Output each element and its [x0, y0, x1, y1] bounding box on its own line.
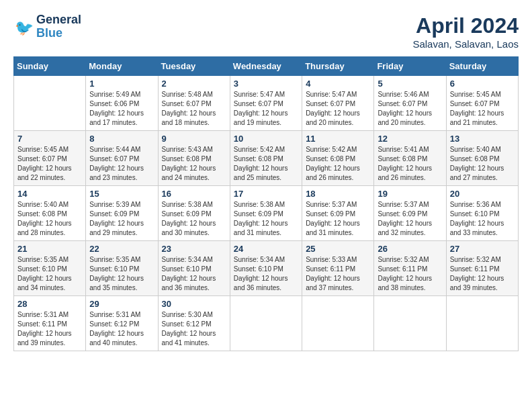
calendar-cell: 2Sunrise: 5:48 AMSunset: 6:07 PMDaylight…	[158, 76, 230, 131]
calendar-cell: 28Sunrise: 5:31 AMSunset: 6:11 PMDayligh…	[14, 296, 86, 351]
day-info: Sunrise: 5:41 AMSunset: 6:08 PMDaylight:…	[378, 145, 442, 183]
calendar-cell: 8Sunrise: 5:44 AMSunset: 6:07 PMDaylight…	[86, 131, 158, 186]
calendar-cell: 14Sunrise: 5:40 AMSunset: 6:08 PMDayligh…	[14, 186, 86, 241]
column-header-tuesday: Tuesday	[158, 57, 230, 76]
calendar-cell: 9Sunrise: 5:43 AMSunset: 6:08 PMDaylight…	[158, 131, 230, 186]
week-row-4: 21Sunrise: 5:35 AMSunset: 6:10 PMDayligh…	[14, 241, 519, 296]
day-info: Sunrise: 5:45 AMSunset: 6:07 PMDaylight:…	[450, 90, 515, 128]
logo-icon: 🐦	[13, 17, 34, 37]
day-number: 29	[89, 299, 154, 309]
day-info: Sunrise: 5:33 AMSunset: 6:11 PMDaylight:…	[306, 255, 370, 293]
day-number: 5	[378, 79, 442, 89]
day-info: Sunrise: 5:48 AMSunset: 6:07 PMDaylight:…	[162, 90, 226, 128]
calendar-cell: 27Sunrise: 5:32 AMSunset: 6:11 PMDayligh…	[446, 241, 518, 296]
calendar-cell: 22Sunrise: 5:35 AMSunset: 6:10 PMDayligh…	[86, 241, 158, 296]
column-header-thursday: Thursday	[302, 57, 374, 76]
calendar-cell: 24Sunrise: 5:34 AMSunset: 6:10 PMDayligh…	[230, 241, 302, 296]
day-info: Sunrise: 5:38 AMSunset: 6:09 PMDaylight:…	[162, 200, 226, 238]
calendar-cell: 18Sunrise: 5:37 AMSunset: 6:09 PMDayligh…	[302, 186, 374, 241]
day-number: 17	[234, 189, 298, 199]
day-number: 25	[306, 244, 370, 254]
day-number: 21	[17, 244, 82, 254]
day-info: Sunrise: 5:37 AMSunset: 6:09 PMDaylight:…	[306, 200, 370, 238]
calendar-cell	[14, 76, 86, 131]
page-header: 🐦 GeneralBlue April 2024 Salavan, Salava…	[13, 13, 519, 50]
day-info: Sunrise: 5:45 AMSunset: 6:07 PMDaylight:…	[17, 145, 82, 183]
calendar-cell: 1Sunrise: 5:49 AMSunset: 6:06 PMDaylight…	[86, 76, 158, 131]
day-number: 9	[162, 134, 226, 144]
day-info: Sunrise: 5:35 AMSunset: 6:10 PMDaylight:…	[17, 255, 82, 293]
day-number: 22	[89, 244, 154, 254]
day-number: 30	[162, 299, 226, 309]
day-info: Sunrise: 5:42 AMSunset: 6:08 PMDaylight:…	[306, 145, 370, 183]
day-info: Sunrise: 5:34 AMSunset: 6:10 PMDaylight:…	[234, 255, 298, 293]
day-info: Sunrise: 5:39 AMSunset: 6:09 PMDaylight:…	[89, 200, 154, 238]
day-info: Sunrise: 5:43 AMSunset: 6:08 PMDaylight:…	[162, 145, 226, 183]
column-header-monday: Monday	[86, 57, 158, 76]
day-info: Sunrise: 5:40 AMSunset: 6:08 PMDaylight:…	[17, 200, 82, 238]
day-info: Sunrise: 5:32 AMSunset: 6:11 PMDaylight:…	[378, 255, 442, 293]
day-number: 2	[162, 79, 226, 89]
day-info: Sunrise: 5:32 AMSunset: 6:11 PMDaylight:…	[450, 255, 515, 293]
day-info: Sunrise: 5:47 AMSunset: 6:07 PMDaylight:…	[234, 90, 298, 128]
day-number: 6	[450, 79, 515, 89]
calendar-cell	[446, 296, 518, 351]
calendar-cell: 26Sunrise: 5:32 AMSunset: 6:11 PMDayligh…	[374, 241, 446, 296]
day-number: 23	[162, 244, 226, 254]
calendar-cell: 6Sunrise: 5:45 AMSunset: 6:07 PMDaylight…	[446, 76, 518, 131]
header-row: SundayMondayTuesdayWednesdayThursdayFrid…	[14, 57, 519, 76]
day-info: Sunrise: 5:31 AMSunset: 6:11 PMDaylight:…	[17, 310, 82, 348]
column-header-saturday: Saturday	[446, 57, 518, 76]
day-info: Sunrise: 5:46 AMSunset: 6:07 PMDaylight:…	[378, 90, 442, 128]
calendar-cell: 29Sunrise: 5:31 AMSunset: 6:12 PMDayligh…	[86, 296, 158, 351]
day-number: 8	[89, 134, 154, 144]
calendar-cell: 23Sunrise: 5:34 AMSunset: 6:10 PMDayligh…	[158, 241, 230, 296]
logo-text: GeneralBlue	[36, 13, 81, 40]
svg-text:🐦: 🐦	[15, 19, 34, 37]
week-row-3: 14Sunrise: 5:40 AMSunset: 6:08 PMDayligh…	[14, 186, 519, 241]
calendar-table: SundayMondayTuesdayWednesdayThursdayFrid…	[13, 56, 519, 351]
day-number: 28	[17, 299, 82, 309]
calendar-cell: 17Sunrise: 5:38 AMSunset: 6:09 PMDayligh…	[230, 186, 302, 241]
day-number: 20	[450, 189, 515, 199]
calendar-cell	[230, 296, 302, 351]
day-info: Sunrise: 5:38 AMSunset: 6:09 PMDaylight:…	[234, 200, 298, 238]
week-row-5: 28Sunrise: 5:31 AMSunset: 6:11 PMDayligh…	[14, 296, 519, 351]
day-number: 14	[17, 189, 82, 199]
day-number: 10	[234, 134, 298, 144]
calendar-cell: 16Sunrise: 5:38 AMSunset: 6:09 PMDayligh…	[158, 186, 230, 241]
day-info: Sunrise: 5:35 AMSunset: 6:10 PMDaylight:…	[89, 255, 154, 293]
day-number: 7	[17, 134, 82, 144]
calendar-cell: 4Sunrise: 5:47 AMSunset: 6:07 PMDaylight…	[302, 76, 374, 131]
column-header-sunday: Sunday	[14, 57, 86, 76]
week-row-1: 1Sunrise: 5:49 AMSunset: 6:06 PMDaylight…	[14, 76, 519, 131]
calendar-cell: 20Sunrise: 5:36 AMSunset: 6:10 PMDayligh…	[446, 186, 518, 241]
month-title: April 2024	[412, 13, 519, 38]
day-info: Sunrise: 5:31 AMSunset: 6:12 PMDaylight:…	[89, 310, 154, 348]
day-info: Sunrise: 5:42 AMSunset: 6:08 PMDaylight:…	[234, 145, 298, 183]
day-number: 27	[450, 244, 515, 254]
calendar-cell: 5Sunrise: 5:46 AMSunset: 6:07 PMDaylight…	[374, 76, 446, 131]
calendar-cell: 10Sunrise: 5:42 AMSunset: 6:08 PMDayligh…	[230, 131, 302, 186]
day-info: Sunrise: 5:40 AMSunset: 6:08 PMDaylight:…	[450, 145, 515, 183]
title-block: April 2024 Salavan, Salavan, Laos	[412, 13, 519, 50]
day-info: Sunrise: 5:36 AMSunset: 6:10 PMDaylight:…	[450, 200, 515, 238]
day-info: Sunrise: 5:34 AMSunset: 6:10 PMDaylight:…	[162, 255, 226, 293]
day-number: 11	[306, 134, 370, 144]
day-info: Sunrise: 5:37 AMSunset: 6:09 PMDaylight:…	[378, 200, 442, 238]
logo: 🐦 GeneralBlue	[13, 13, 81, 40]
calendar-cell: 12Sunrise: 5:41 AMSunset: 6:08 PMDayligh…	[374, 131, 446, 186]
day-number: 1	[89, 79, 154, 89]
calendar-cell: 19Sunrise: 5:37 AMSunset: 6:09 PMDayligh…	[374, 186, 446, 241]
calendar-cell: 11Sunrise: 5:42 AMSunset: 6:08 PMDayligh…	[302, 131, 374, 186]
day-number: 15	[89, 189, 154, 199]
day-number: 13	[450, 134, 515, 144]
day-number: 19	[378, 189, 442, 199]
calendar-cell: 30Sunrise: 5:30 AMSunset: 6:12 PMDayligh…	[158, 296, 230, 351]
calendar-cell: 3Sunrise: 5:47 AMSunset: 6:07 PMDaylight…	[230, 76, 302, 131]
day-number: 3	[234, 79, 298, 89]
day-info: Sunrise: 5:47 AMSunset: 6:07 PMDaylight:…	[306, 90, 370, 128]
day-number: 4	[306, 79, 370, 89]
day-number: 18	[306, 189, 370, 199]
day-info: Sunrise: 5:30 AMSunset: 6:12 PMDaylight:…	[162, 310, 226, 348]
